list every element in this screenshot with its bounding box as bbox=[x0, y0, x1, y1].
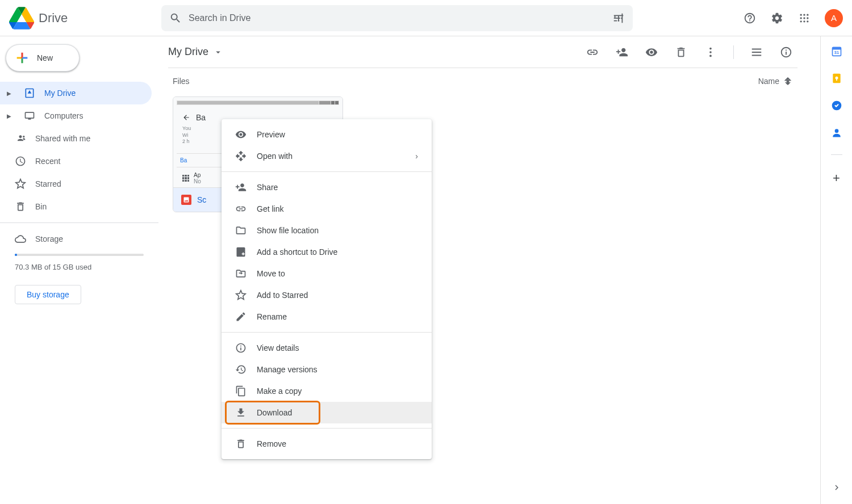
bin-icon bbox=[15, 201, 26, 212]
menu-item-view-details[interactable]: View details bbox=[222, 337, 432, 359]
menu-item-download[interactable]: Download bbox=[222, 402, 432, 423]
menu-item-make-a-copy[interactable]: Make a copy bbox=[222, 380, 432, 402]
menu-item-move-to[interactable]: Move to bbox=[222, 263, 432, 284]
top-right-actions: A bbox=[738, 7, 843, 30]
image-file-icon bbox=[181, 195, 191, 205]
get-link-icon bbox=[235, 203, 247, 215]
share-button[interactable] bbox=[611, 41, 633, 64]
menu-item-add-a-shortcut-to-drive[interactable]: Add a shortcut to Drive bbox=[222, 241, 432, 263]
recent-icon bbox=[15, 156, 26, 167]
get-link-button[interactable] bbox=[581, 41, 604, 64]
avatar[interactable]: A bbox=[825, 9, 843, 27]
add-a-shortcut-to-drive-icon bbox=[235, 246, 247, 258]
help-button[interactable] bbox=[738, 7, 761, 30]
menu-item-label: Download bbox=[257, 408, 292, 417]
starred-icon bbox=[15, 178, 26, 190]
sidebar-item-label: Bin bbox=[35, 202, 47, 211]
rename-icon bbox=[235, 311, 247, 322]
add-to-starred-icon bbox=[235, 289, 247, 301]
search-options-icon[interactable] bbox=[612, 12, 625, 24]
my-drive-icon bbox=[24, 87, 35, 99]
menu-item-rename[interactable]: Rename bbox=[222, 306, 432, 327]
make-a-copy-icon bbox=[235, 385, 247, 397]
menu-divider bbox=[222, 428, 432, 429]
svg-point-8 bbox=[800, 17, 802, 19]
buy-storage-button[interactable]: Buy storage bbox=[15, 285, 81, 304]
chevron-right-icon: › bbox=[415, 152, 418, 161]
svg-rect-2 bbox=[614, 20, 617, 21]
sort-label: Name bbox=[758, 77, 779, 86]
collapse-rail-button[interactable] bbox=[832, 482, 842, 495]
sidebar-item-computers[interactable]: ▶ Computers bbox=[0, 104, 152, 127]
svg-point-4 bbox=[618, 20, 620, 22]
svg-point-11 bbox=[800, 20, 802, 22]
view-details-button[interactable] bbox=[775, 41, 797, 64]
divider bbox=[733, 45, 734, 59]
files-label: Files bbox=[173, 77, 190, 86]
chevron-right-icon: ▶ bbox=[7, 90, 15, 96]
share-icon bbox=[235, 182, 247, 193]
logo-section[interactable]: Drive bbox=[9, 7, 157, 30]
remove-icon bbox=[235, 438, 247, 450]
view-details-icon bbox=[235, 342, 247, 354]
remove-button[interactable] bbox=[670, 41, 692, 64]
new-button[interactable]: New bbox=[6, 44, 80, 72]
settings-button[interactable] bbox=[766, 7, 788, 30]
computers-icon bbox=[24, 110, 35, 121]
menu-item-label: Make a copy bbox=[257, 387, 302, 396]
back-arrow-icon bbox=[182, 114, 190, 121]
menu-item-show-file-location[interactable]: Show file location bbox=[222, 220, 432, 241]
sort-column[interactable]: Name bbox=[758, 76, 793, 86]
breadcrumb[interactable]: My Drive bbox=[168, 46, 223, 58]
preview-button[interactable] bbox=[640, 41, 663, 64]
sidebar-item-starred[interactable]: Starred bbox=[0, 173, 152, 195]
sidebar-item-label: Computers bbox=[44, 111, 83, 120]
sidebar-item-storage[interactable]: Storage bbox=[0, 228, 152, 250]
sidebar-item-label: Recent bbox=[35, 157, 60, 166]
menu-item-preview[interactable]: Preview bbox=[222, 124, 432, 145]
svg-point-6 bbox=[803, 14, 805, 15]
calendar-icon[interactable]: 31 bbox=[831, 45, 842, 57]
right-rail: 31 + bbox=[820, 36, 852, 504]
sidebar-item-my-drive[interactable]: ▶ My Drive bbox=[0, 82, 152, 104]
menu-item-label: Preview bbox=[257, 130, 285, 139]
chevron-down-icon bbox=[213, 47, 223, 57]
menu-item-remove[interactable]: Remove bbox=[222, 433, 432, 455]
menu-item-label: Open with bbox=[257, 152, 293, 161]
search-input[interactable] bbox=[189, 13, 605, 23]
menu-divider bbox=[222, 171, 432, 172]
svg-point-10 bbox=[807, 17, 808, 19]
svg-rect-0 bbox=[614, 15, 624, 16]
sidebar: New ▶ My Drive ▶ Computers Shared with m… bbox=[0, 36, 159, 504]
manage-versions-icon bbox=[235, 364, 247, 375]
sidebar-item-bin[interactable]: Bin bbox=[0, 195, 152, 218]
section-header: Files Name bbox=[168, 68, 797, 94]
add-app-button[interactable]: + bbox=[833, 171, 840, 186]
svg-point-24 bbox=[834, 129, 838, 133]
menu-item-label: Manage versions bbox=[257, 365, 318, 374]
drive-logo-icon bbox=[9, 7, 34, 30]
top-bar: Drive A bbox=[0, 0, 852, 36]
contacts-icon[interactable] bbox=[831, 127, 842, 138]
sidebar-item-shared[interactable]: Shared with me bbox=[0, 127, 152, 150]
svg-point-13 bbox=[807, 20, 808, 22]
menu-item-get-link[interactable]: Get link bbox=[222, 198, 432, 220]
cloud-icon bbox=[15, 233, 26, 245]
tasks-icon[interactable] bbox=[831, 100, 842, 111]
list-view-button[interactable] bbox=[745, 41, 768, 64]
more-actions-button[interactable] bbox=[699, 41, 722, 64]
apps-button[interactable] bbox=[793, 7, 816, 30]
menu-item-add-to-starred[interactable]: Add to Starred bbox=[222, 284, 432, 306]
menu-item-label: Rename bbox=[257, 312, 287, 321]
sidebar-item-recent[interactable]: Recent bbox=[0, 150, 152, 173]
sidebar-item-label: Shared with me bbox=[35, 134, 90, 143]
menu-item-manage-versions[interactable]: Manage versions bbox=[222, 359, 432, 380]
menu-item-label: View details bbox=[257, 343, 299, 352]
menu-item-open-with[interactable]: Open with› bbox=[222, 145, 432, 167]
svg-point-15 bbox=[709, 51, 712, 53]
keep-icon[interactable] bbox=[831, 73, 842, 84]
svg-rect-22 bbox=[836, 79, 837, 81]
menu-item-share[interactable]: Share bbox=[222, 177, 432, 198]
breadcrumb-label: My Drive bbox=[168, 46, 208, 58]
search-box[interactable] bbox=[161, 5, 633, 31]
